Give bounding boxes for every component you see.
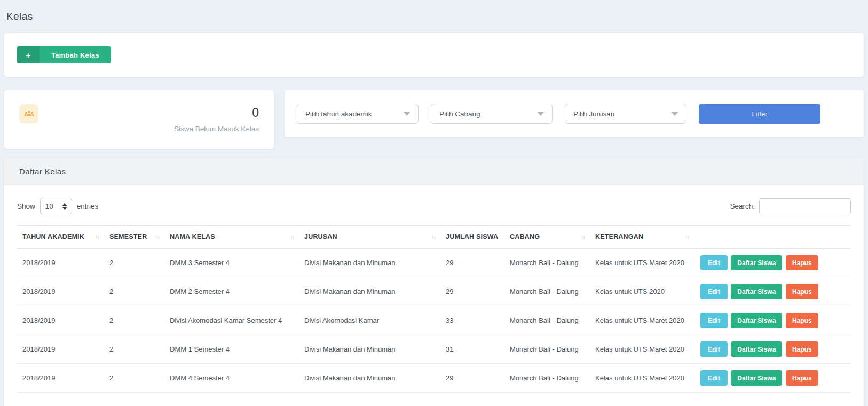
cell-actions: Edit Daftar Siswa Hapus xyxy=(694,249,851,277)
sort-icon[interactable]: ↑↓ xyxy=(431,234,435,240)
select-tahun-akademik-value: Pilih tahun akademik xyxy=(305,110,372,118)
edit-button[interactable]: Edit xyxy=(700,255,728,270)
chevron-down-icon xyxy=(404,112,410,116)
kelas-page: Kelas + Tambah Kelas 0 Siswa Belum xyxy=(0,0,868,406)
page-length-select[interactable]: 10 xyxy=(40,198,72,214)
table-row: 2018/2019 2 DMM 1 Semester 4 Divisi Maka… xyxy=(17,335,851,364)
column-label: JURUSAN xyxy=(304,233,337,241)
cell-cabang: Monarch Bali - Dalung xyxy=(504,335,590,364)
cell-nama-kelas: DMM 2 Semester 4 xyxy=(164,277,299,306)
tambah-kelas-button[interactable]: + Tambah Kelas xyxy=(17,46,111,63)
column-label: NAMA KELAS xyxy=(170,233,215,241)
hapus-button[interactable]: Hapus xyxy=(786,313,818,328)
mid-row: 0 Siswa Belum Masuk Kelas Pilih tahun ak… xyxy=(4,90,864,149)
cell-keterangan: Kelas untuk UTS Maret 2020 xyxy=(590,306,694,335)
column-header-actions xyxy=(694,226,851,249)
column-header-tahun-akademik[interactable]: TAHUN AKADEMIK↑↓ xyxy=(17,226,104,249)
add-kelas-card: + Tambah Kelas xyxy=(4,33,864,77)
filter-button[interactable]: Filter xyxy=(699,104,820,124)
table-controls: Show 10 entries Search: xyxy=(17,198,851,214)
column-header-jumlah-siswa: JUMLAH SISWA xyxy=(440,226,504,249)
stat-value: 0 xyxy=(174,106,259,121)
cell-tahun-akademik: 2018/2019 xyxy=(17,364,104,393)
sort-icon[interactable]: ↑↓ xyxy=(581,234,585,240)
cell-jurusan: Divisi Makanan dan Minuman xyxy=(299,335,440,364)
cell-nama-kelas: DMM 4 Semester 4 xyxy=(164,364,299,393)
edit-button[interactable]: Edit xyxy=(700,313,728,328)
select-cabang[interactable]: Pilih Cabang xyxy=(431,104,553,124)
search-input[interactable] xyxy=(759,198,851,214)
cell-actions: Edit Daftar Siswa Hapus xyxy=(694,277,851,306)
cell-jumlah-siswa: 29 xyxy=(440,249,504,277)
column-header-nama-kelas[interactable]: NAMA KELAS↑↓ xyxy=(164,226,299,249)
page-length-control: Show 10 entries xyxy=(17,198,98,214)
cell-semester: 2 xyxy=(104,306,164,335)
column-header-keterangan[interactable]: KETERANGAN↑↓ xyxy=(590,226,694,249)
cell-actions: Edit Daftar Siswa Hapus xyxy=(694,335,851,364)
table-row: 2018/2019 2 DMM 2 Semester 4 Divisi Maka… xyxy=(17,277,851,306)
column-label: CABANG xyxy=(510,233,540,241)
daftar-siswa-button[interactable]: Daftar Siswa xyxy=(731,284,782,299)
cell-tahun-akademik: 2018/2019 xyxy=(17,277,104,306)
page-length-value: 10 xyxy=(45,202,53,210)
daftar-siswa-button[interactable]: Daftar Siswa xyxy=(731,370,782,386)
cell-jurusan: Divisi Makanan dan Minuman xyxy=(299,364,440,393)
select-jurusan[interactable]: Pilih Jurusan xyxy=(565,104,686,124)
sort-icon[interactable]: ↑↓ xyxy=(685,234,689,240)
cell-jumlah-siswa: 31 xyxy=(440,335,504,364)
daftar-kelas-body: Show 10 entries Search: xyxy=(4,185,864,393)
column-header-jurusan[interactable]: JURUSAN↑↓ xyxy=(299,226,440,249)
cell-jumlah-siswa: 29 xyxy=(440,364,504,393)
plus-icon: + xyxy=(17,46,40,63)
stats-text: 0 Siswa Belum Masuk Kelas xyxy=(174,104,259,135)
table-header-row: TAHUN AKADEMIK↑↓SEMESTER↑↓NAMA KELAS↑↓JU… xyxy=(17,226,851,249)
sort-icon[interactable]: ↑↓ xyxy=(290,234,294,240)
cell-keterangan: Kelas untuk UTS Maret 2020 xyxy=(590,249,694,277)
select-cabang-value: Pilih Cabang xyxy=(439,110,480,118)
entries-label: entries xyxy=(77,202,99,210)
cell-semester: 2 xyxy=(104,335,164,364)
daftar-siswa-button[interactable]: Daftar Siswa xyxy=(731,255,782,270)
table-row: 2018/2019 2 DMM 4 Semester 4 Divisi Maka… xyxy=(17,364,851,393)
cell-keterangan: Kelas untuk UTS Maret 2020 xyxy=(590,335,694,364)
column-header-semester[interactable]: SEMESTER↑↓ xyxy=(104,226,164,249)
hapus-button[interactable]: Hapus xyxy=(786,284,818,299)
cell-cabang: Monarch Bali - Dalung xyxy=(504,277,590,306)
daftar-siswa-button[interactable]: Daftar Siswa xyxy=(731,341,782,357)
cell-jurusan: Divisi Makanan dan Minuman xyxy=(299,277,440,306)
filter-card: Pilih tahun akademik Pilih Cabang Pilih … xyxy=(285,90,864,137)
daftar-siswa-button[interactable]: Daftar Siswa xyxy=(731,313,782,328)
sort-icon[interactable]: ↑↓ xyxy=(155,234,159,240)
column-header-cabang[interactable]: CABANG↑↓ xyxy=(504,226,590,249)
hapus-button[interactable]: Hapus xyxy=(786,370,818,386)
column-label: JUMLAH SISWA xyxy=(446,233,498,241)
cell-jurusan: Divisi Makanan dan Minuman xyxy=(299,249,440,277)
search-control: Search: xyxy=(730,198,851,214)
tambah-kelas-label: Tambah Kelas xyxy=(40,46,111,63)
cell-tahun-akademik: 2018/2019 xyxy=(17,335,104,364)
daftar-kelas-card: Daftar Kelas Show 10 entries Search: xyxy=(4,158,864,406)
cell-cabang: Monarch Bali - Dalung xyxy=(504,364,590,393)
table-body: 2018/2019 2 DMM 3 Semester 4 Divisi Maka… xyxy=(17,249,851,393)
hapus-button[interactable]: Hapus xyxy=(786,341,818,357)
select-tahun-akademik[interactable]: Pilih tahun akademik xyxy=(297,104,419,124)
column-label: TAHUN AKADEMIK xyxy=(22,233,84,241)
up-down-arrows-icon xyxy=(62,203,67,210)
search-label: Search: xyxy=(730,202,755,210)
select-jurusan-value: Pilih Jurusan xyxy=(573,110,614,118)
cell-actions: Edit Daftar Siswa Hapus xyxy=(694,306,851,335)
page-title: Kelas xyxy=(4,0,864,33)
chevron-down-icon xyxy=(538,112,544,116)
edit-button[interactable]: Edit xyxy=(700,284,728,299)
cell-tahun-akademik: 2018/2019 xyxy=(17,249,104,277)
column-label: SEMESTER xyxy=(109,233,147,241)
hapus-button[interactable]: Hapus xyxy=(786,255,818,270)
table-row: 2018/2019 2 Divisi Akomodasi Kamar Semes… xyxy=(17,306,851,335)
cell-jumlah-siswa: 33 xyxy=(440,306,504,335)
cell-cabang: Monarch Bali - Dalung xyxy=(504,249,590,277)
edit-button[interactable]: Edit xyxy=(700,370,728,386)
edit-button[interactable]: Edit xyxy=(700,341,728,357)
sort-icon[interactable]: ↑↓ xyxy=(95,234,99,240)
cell-semester: 2 xyxy=(104,364,164,393)
chevron-down-icon xyxy=(672,112,678,116)
